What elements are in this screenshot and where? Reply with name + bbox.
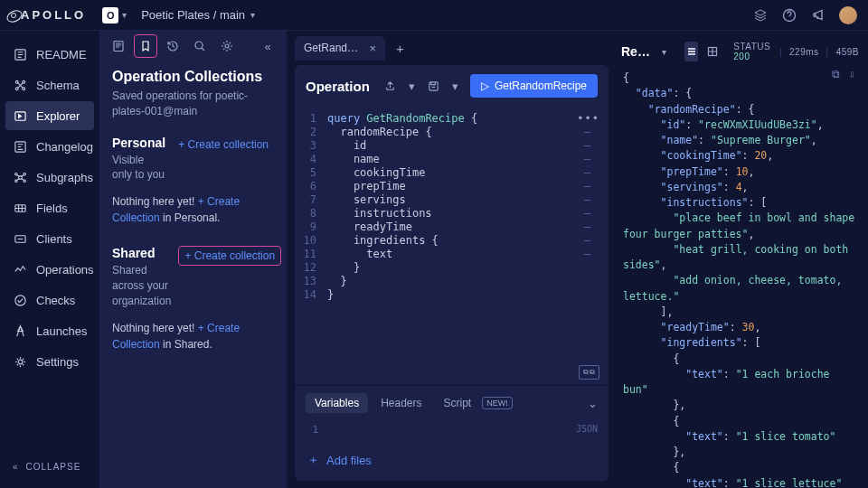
new-badge: NEW! [482,397,513,409]
create-shared-button[interactable]: + Create collection [178,246,281,266]
play-icon: ▷ [481,80,489,92]
close-icon[interactable]: × [369,42,376,55]
sidebar-item-settings[interactable]: Settings [5,347,94,376]
sidebar: READMESchemaExplorerChangelogSubgraphsFi… [0,31,99,488]
svg-point-19 [225,44,229,48]
svg-point-18 [195,42,203,49]
add-tab-button[interactable]: + [389,37,411,60]
create-personal-button[interactable]: + Create collection [173,136,274,154]
collapse-button[interactable]: «COLLAPSE [5,455,94,479]
query-editor[interactable]: 1234567891011121314 ••• ⧉⧉ query GetRand… [295,107,609,385]
apollo-logo: APOLLO [11,8,86,22]
response-panel: Respo... ▾ STATUS 200 | 229ms | 459B ⧉⇩ … [616,31,868,488]
expand-icon[interactable]: ⌄ [588,397,598,410]
more-icon[interactable]: ••• [577,110,599,127]
tab-headers[interactable]: Headers [372,393,430,413]
sidebar-item-label: Schema [36,79,80,92]
sidebar-item-label: README [36,48,87,61]
settings-icon [13,354,27,369]
sidebar-item-label: Launches [36,324,87,338]
shared-heading: Shared [112,246,171,260]
latency: 229ms [789,47,819,57]
chevron-down-icon[interactable]: ▾ [405,79,420,93]
sidebar-item-readme[interactable]: README [5,40,94,69]
response-title: Respo... [621,44,655,59]
sidebar-item-label: Fields [36,202,68,215]
copy-icon[interactable]: ⧉ [832,67,840,82]
changelog-icon [13,139,27,154]
chevron-down-icon[interactable]: ▾ [122,10,127,20]
svg-rect-17 [114,42,123,52]
table-view-icon[interactable] [705,42,719,61]
shared-empty: Nothing here yet! + Create Collection in… [112,320,274,352]
sidebar-item-checks[interactable]: Checks [5,286,94,314]
sidebar-item-clients[interactable]: Clients [5,224,94,253]
collapse-panel-icon[interactable]: « [256,34,279,58]
operations-icon [13,262,27,277]
megaphone-icon[interactable] [810,7,826,23]
svg-point-12 [23,180,24,182]
sidebar-item-label: Explorer [36,109,80,123]
collections-subtitle: Saved operations for poetic-plates-001@m… [112,89,274,119]
save-icon[interactable] [427,79,441,93]
svg-point-11 [14,180,16,182]
svg-point-9 [14,173,16,174]
sidebar-item-schema[interactable]: Schema [5,70,94,99]
gear-icon[interactable] [215,34,239,58]
variables-editor[interactable]: 1JSON [295,420,609,443]
chevron-down-icon[interactable]: ▾ [448,79,463,93]
size: 459B [836,47,859,57]
response-body[interactable]: ⧉⇩ { "data": { "randomRecipe": { "id": "… [621,65,859,488]
chevron-down-icon[interactable]: ▾ [250,10,255,20]
sidebar-item-label: Operations [36,263,94,277]
add-files-button[interactable]: ＋Add files [295,443,609,481]
launches-icon [13,324,27,338]
search-icon[interactable] [188,34,212,58]
plus-icon: ＋ [307,452,319,468]
share-icon[interactable] [383,79,398,93]
bookmark-icon[interactable] [134,34,157,58]
sidebar-item-explorer[interactable]: Explorer [5,101,94,130]
explorer-icon [13,108,27,123]
help-icon[interactable] [781,7,797,23]
list-view-icon[interactable] [684,42,698,61]
personal-empty: Nothing here yet! + Create Collection in… [112,193,274,226]
chevron-left-icon: « [13,462,19,472]
avatar[interactable] [839,6,857,24]
sidebar-item-changelog[interactable]: Changelog [5,132,94,161]
docs-icon[interactable] [107,34,130,58]
readme-icon [13,47,27,61]
sidebar-item-label: Clients [36,232,72,246]
sidebar-item-launches[interactable]: Launches [5,316,94,345]
breadcrumb[interactable]: Poetic Plates / main [141,8,245,22]
sidebar-item-subgraphs[interactable]: Subgraphs [5,163,94,192]
collections-title: Operation Collections [112,69,274,85]
status-label: STATUS 200 [733,42,772,61]
clients-icon [13,231,27,246]
json-label: JSON [576,424,598,436]
tab-variables[interactable]: Variables [306,393,368,413]
operation-title: Operation [306,79,376,94]
personal-heading: Personal [112,136,165,150]
org-badge[interactable]: O [102,7,118,23]
history-icon[interactable] [161,34,184,58]
sidebar-item-label: Settings [36,355,79,369]
sidebar-item-fields[interactable]: Fields [5,193,94,222]
tab-script[interactable]: Script [435,393,481,413]
graphs-icon[interactable] [752,7,769,23]
operation-tabs: GetRandomR...× + [288,31,616,65]
checks-icon [13,293,27,307]
run-button[interactable]: ▷GetRandomRecipe [470,74,598,98]
svg-point-15 [14,295,24,305]
trace-badge[interactable]: ⧉⧉ [579,365,599,380]
chevron-down-icon[interactable]: ▾ [662,47,666,57]
operation-tab[interactable]: GetRandomR...× [295,36,385,61]
personal-subtitle: Visible only to you [112,153,165,183]
topbar: APOLLO O ▾ Poetic Plates / main ▾ [0,0,868,31]
collections-panel: « Operation Collections Saved operations… [99,31,288,488]
shared-subtitle: Shared across your organization [112,263,171,308]
sidebar-item-operations[interactable]: Operations [5,255,94,284]
download-icon[interactable]: ⇩ [849,67,855,82]
subgraphs-icon [13,170,27,184]
schema-icon [13,78,27,92]
